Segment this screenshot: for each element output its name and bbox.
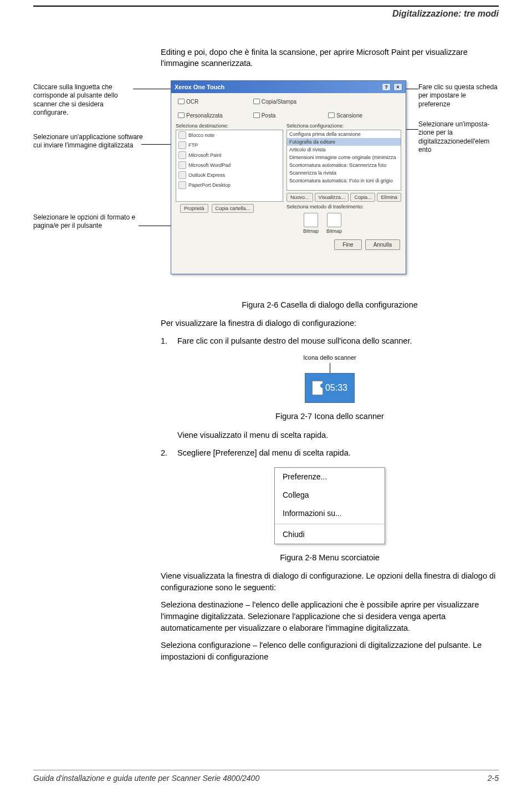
menu-chiudi[interactable]: Chiudi <box>275 525 385 544</box>
dialog-title-text: Xerox One Touch <box>175 84 224 90</box>
step-text: Scegliere [Preferenze] dal menu di scelt… <box>177 447 351 459</box>
print-icon <box>253 99 260 104</box>
outlook-icon <box>178 171 186 179</box>
leader-line <box>133 89 172 89</box>
ftp-icon <box>178 141 186 149</box>
scanner-icon-illustration: Icona dello scanner 05:33 <box>161 353 499 403</box>
list-item: Blocco note <box>176 130 283 140</box>
numbered-list: 1. Fare clic con il pulsante destro del … <box>161 335 499 347</box>
callout-app-select: Selezionare un'applicazione software cui… <box>33 133 144 150</box>
config-buttons: Nuovo... Visualizza... Copia... Elimina <box>287 193 401 202</box>
menu-preferenze[interactable]: Preferenze... <box>275 468 385 486</box>
para: Viene visualizzato il menu di scelta rap… <box>177 430 499 442</box>
paint-icon <box>178 151 186 159</box>
para: Per visualizzare la finestra di dialogo … <box>161 318 499 330</box>
config-label: Seleziona configurazione: <box>287 123 401 129</box>
list-item: FTP <box>176 140 283 150</box>
dialog-titlebar: Xerox One Touch ? × <box>171 81 406 93</box>
dialog-footer: Fine Annulla <box>171 236 406 253</box>
properties-button[interactable]: Proprietà <box>180 204 208 213</box>
destination-list[interactable]: Blocco note FTP Microsoft Paint Microsof… <box>176 130 283 202</box>
numbered-list: 2. Scegliere [Preferenze] dal menu di sc… <box>161 447 499 459</box>
done-button[interactable]: Fine <box>334 239 361 250</box>
paperport-icon <box>178 181 186 189</box>
transfer-method-row: Bitmap Bitmap <box>287 211 401 236</box>
callout-format-options: Selezionare le opzioni di formato e pagi… <box>33 213 139 231</box>
titlebar-buttons: ? × <box>381 83 402 91</box>
list-item: Microsoft Paint <box>176 150 283 160</box>
context-menu: Preferenze... Collega Informazioni su...… <box>274 467 385 544</box>
list-item: Outlook Express <box>176 170 283 180</box>
tab-scansione[interactable]: Scansione <box>326 110 401 121</box>
delete-button[interactable]: Elimina <box>377 193 401 202</box>
menu-collega[interactable]: Collega <box>275 486 385 504</box>
property-row: Proprietà Copia cartella... <box>176 202 283 215</box>
list-item: PaperPort Desktop <box>176 180 283 190</box>
config-dialog-figure: Cliccare sulla linguetta che corrisponde… <box>33 80 499 285</box>
xerox-onetouch-dialog: Xerox One Touch ? × OCR Copia/Stampa Per… <box>171 80 406 274</box>
list-item: Fotografia da editare <box>287 138 401 146</box>
tab-spacer <box>326 96 401 107</box>
transfer-option[interactable]: Bitmap <box>303 213 319 234</box>
figure-caption-2-8: Figura 2-8 Menu scorciatoie <box>161 552 499 564</box>
transfer-label: Seleziona metodo di trasferimento: <box>287 204 401 209</box>
footer-title: Guida d'installazione e guida utente per… <box>33 774 259 783</box>
figure-caption-2-6: Figura 2-6 Casella di dialogo della conf… <box>161 299 499 311</box>
transfer-option[interactable]: Bitmap <box>326 213 342 234</box>
callout-preferences-tab: Fare clic su questa scheda per impostare… <box>418 83 499 109</box>
tab-ocr[interactable]: OCR <box>176 96 251 107</box>
section-title: Digitalizzazione: tre modi <box>392 9 499 18</box>
section-header: Digitalizzazione: tre modi <box>33 6 499 19</box>
page-content: Editing e poi, dopo che è finita la scan… <box>0 19 532 702</box>
tab-copia[interactable]: Copia/Stampa <box>251 96 326 107</box>
tab-row-2: Personalizzata Posta Scansione <box>171 107 406 121</box>
destination-label: Seleziona destinazione: <box>176 123 283 129</box>
new-button[interactable]: Nuovo... <box>287 193 313 202</box>
clock-text: 05:33 <box>325 381 347 395</box>
list-item: Microsoft WordPad <box>176 160 283 170</box>
menu-informazioni[interactable]: Informazioni su... <box>275 504 385 523</box>
step-number: 1. <box>161 335 172 347</box>
list-item: Scannerizza la rivista <box>287 169 401 177</box>
leader-line <box>330 363 330 373</box>
copy-folder-button[interactable]: Copia cartella... <box>212 204 254 213</box>
icon-label: Icona dello scanner <box>161 353 499 362</box>
tab-personalizzata[interactable]: Personalizzata <box>176 110 251 121</box>
callout-tabs: Cliccare sulla linguetta che corrisponde… <box>33 83 133 117</box>
intro-paragraph: Editing e poi, dopo che è finita la scan… <box>161 47 499 69</box>
config-list[interactable]: Configura prima della scansione Fotograf… <box>287 130 401 191</box>
scanner-doc-icon <box>312 381 323 395</box>
cancel-button[interactable]: Annulla <box>365 239 400 250</box>
bitmap-icon <box>304 213 318 227</box>
list-item: Scontornatura automatica: Foto in toni d… <box>287 177 401 185</box>
figure-caption-2-7: Figura 2-7 Icona dello scanner <box>161 411 499 423</box>
configuration-column: Seleziona configurazione: Configura prim… <box>287 123 401 236</box>
app-icon <box>178 131 186 139</box>
help-icon[interactable]: ? <box>382 83 391 91</box>
mail-icon <box>253 113 260 118</box>
step-text: Fare clic con il pulsante destro del mou… <box>177 335 412 347</box>
view-button[interactable]: Visualizza... <box>315 193 349 202</box>
callout-scan-setting: Selezionare un'imposta-zione per la digi… <box>418 120 499 155</box>
menu-separator <box>275 524 385 524</box>
scan-icon <box>328 113 335 118</box>
step-number: 2. <box>161 447 172 459</box>
tab-row-1: OCR Copia/Stampa <box>171 93 406 107</box>
tab-posta[interactable]: Posta <box>251 110 326 121</box>
system-tray-icon[interactable]: 05:33 <box>305 373 355 403</box>
dialog-main-section: Seleziona destinazione: Blocco note FTP … <box>171 121 406 236</box>
body-content: Figura 2-6 Casella di dialogo della conf… <box>161 299 499 663</box>
wordpad-icon <box>178 161 186 169</box>
custom-icon <box>178 113 185 118</box>
para: Seleziona configurazione – l'elenco dell… <box>161 640 499 663</box>
bitmap-icon <box>327 213 341 227</box>
destination-column: Seleziona destinazione: Blocco note FTP … <box>176 123 283 236</box>
page-number: 2-5 <box>488 774 499 783</box>
page-footer: Guida d'installazione e guida utente per… <box>33 770 499 783</box>
ocr-icon <box>178 99 185 104</box>
close-icon[interactable]: × <box>393 83 402 91</box>
list-item: Dimensioni immagine come originale (mini… <box>287 154 401 161</box>
step-2: 2. Scegliere [Preferenze] dal menu di sc… <box>161 447 499 459</box>
copy-button[interactable]: Copia... <box>350 193 375 202</box>
para: Seleziona destinazione – l'elenco delle … <box>161 599 499 634</box>
